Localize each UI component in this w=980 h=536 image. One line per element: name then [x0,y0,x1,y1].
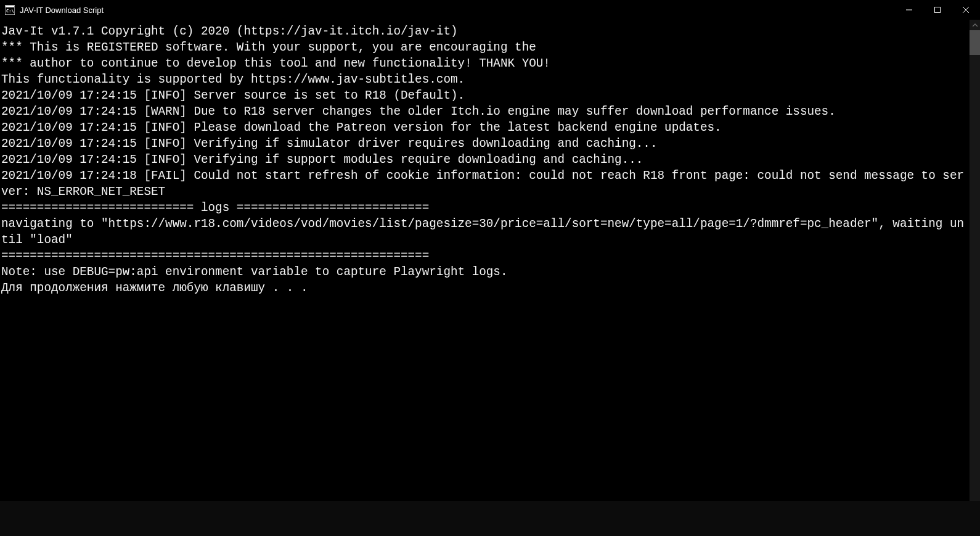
vertical-scrollbar[interactable] [970,20,980,536]
close-button[interactable] [952,0,980,20]
svg-rect-4 [935,7,941,13]
console-line: =========================== logs =======… [1,200,970,216]
console-line: *** This is REGISTERED software. With yo… [1,39,970,56]
console-line: 2021/10/09 17:24:15 [INFO] Verifying if … [1,136,970,152]
scrollbar-track[interactable] [970,30,980,526]
console-line: This functionality is supported by https… [1,72,970,88]
window-titlebar: C:\ JAV-IT Download Script [0,0,980,20]
minimize-button[interactable] [895,0,923,20]
maximize-button[interactable] [923,0,952,20]
console-line: ========================================… [1,248,970,264]
console-line: Jav-It v1.7.1 Copyright (c) 2020 (https:… [1,23,970,39]
svg-text:C:\: C:\ [6,9,14,14]
console-line: *** author to continue to develop this t… [1,56,970,72]
console-line: 2021/10/09 17:24:15 [INFO] Please downlo… [1,120,970,136]
maximize-icon [934,7,941,13]
scrollbar-thumb[interactable] [970,30,980,55]
console-line: Для продолжения нажмите любую клавишу . … [1,280,970,296]
close-icon [963,7,969,13]
console-output[interactable]: Jav-It v1.7.1 Copyright (c) 2020 (https:… [0,20,970,536]
console-line: 2021/10/09 17:24:15 [INFO] Verifying if … [1,152,970,168]
window-title: JAV-IT Download Script [20,6,104,15]
terminal-area: Jav-It v1.7.1 Copyright (c) 2020 (https:… [0,20,980,536]
console-line: navigating to "https://www.r18.com/video… [1,216,970,248]
console-line: 2021/10/09 17:24:15 [INFO] Server source… [1,88,970,104]
console-line: 2021/10/09 17:24:18 [FAIL] Could not sta… [1,168,970,200]
minimize-icon [906,7,912,13]
footer-strip [0,501,980,536]
cmd-icon: C:\ [5,5,15,15]
scroll-up-arrow-icon[interactable] [970,20,980,30]
console-line: Note: use DEBUG=pw:api environment varia… [1,264,970,280]
console-line: 2021/10/09 17:24:15 [WARN] Due to R18 se… [1,104,970,120]
svg-rect-1 [6,6,14,7]
